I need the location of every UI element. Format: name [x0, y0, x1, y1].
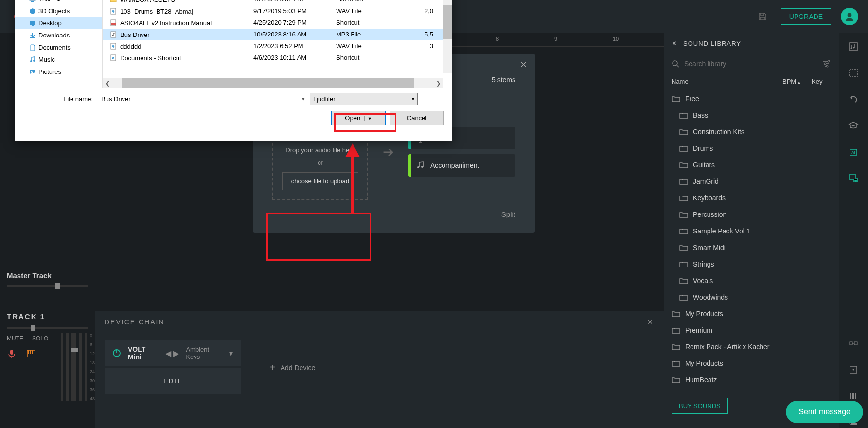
library-folder[interactable]: Remix Pack - Artik x Kacher [664, 339, 839, 355]
education-icon[interactable] [848, 120, 859, 131]
library-folder[interactable]: Woodwinds [664, 289, 839, 305]
music-icon [411, 161, 430, 170]
file-row[interactable]: WAMBOX ASSETS1/2/2023 6:52 PMFile folder [103, 0, 452, 5]
stem-label: Accompaniment [430, 161, 479, 169]
file-list[interactable]: Name Date modified Type Size WAMBOX ASSE… [103, 0, 452, 88]
sound-library-title: SOUND LIBRARY [683, 40, 741, 47]
file-row[interactable]: ASIO4ALL v2 Instruction Manual4/25/2020 … [103, 17, 452, 29]
add-device-button[interactable]: +Add Device [270, 362, 315, 373]
svg-text:AI: AI [851, 150, 855, 155]
svg-rect-45 [854, 342, 857, 345]
upgrade-button[interactable]: UPGRADE [781, 8, 831, 25]
nav-item[interactable]: Documents [15, 41, 102, 54]
mic-arm-icon[interactable] [7, 349, 17, 358]
svg-point-8 [417, 166, 419, 168]
file-row[interactable]: Documents - Shortcut4/6/2023 10:11 AMSho… [103, 52, 452, 64]
file-type-filter[interactable]: Ljudfiler▾ [310, 93, 418, 105]
open-button[interactable]: Open ▼ [331, 111, 386, 125]
export-icon[interactable] [848, 172, 859, 184]
filename-input[interactable] [98, 93, 311, 105]
file-row[interactable]: dddddd1/2/2023 6:52 PMWAV File3 [103, 40, 452, 52]
split-button[interactable]: Split [501, 210, 515, 218]
buy-sounds-button[interactable]: BUY SOUNDS [672, 398, 728, 414]
library-folder[interactable]: Guitars [664, 157, 839, 173]
ruler-mark: 8 [496, 36, 499, 42]
fullscreen-icon[interactable] [848, 364, 859, 375]
right-icon-strip: AI [839, 33, 868, 428]
svg-rect-28 [30, 350, 31, 354]
filter-icon[interactable] [822, 59, 831, 68]
library-folder[interactable]: Sample Pack Vol 1 [664, 223, 839, 239]
save-icon[interactable] [754, 8, 771, 25]
file-nav-tree[interactable]: This PC3D ObjectsDesktopDownloadsDocumen… [15, 0, 103, 88]
nav-item[interactable]: Downloads [15, 29, 102, 41]
choose-file-button[interactable]: choose file to upload [282, 172, 358, 190]
close-icon[interactable]: ✕ [520, 59, 527, 70]
device-preset[interactable]: Ambient Keys [186, 346, 222, 360]
svg-point-38 [851, 48, 852, 49]
library-folder[interactable]: Construction Kits [664, 124, 839, 140]
nav-item[interactable]: 3D Objects [15, 5, 102, 17]
send-message-button[interactable]: Send message [786, 401, 863, 423]
next-preset-icon[interactable]: ▶ [173, 349, 179, 358]
stem-item[interactable]: Accompaniment [408, 154, 515, 177]
device-chain-title: DEVICE CHAIN [105, 318, 165, 326]
edit-device-button[interactable]: EDIT [105, 368, 241, 394]
prev-preset-icon[interactable]: ◀ [165, 349, 171, 358]
library-folder[interactable]: My Products [664, 305, 839, 322]
col-name[interactable]: Name [672, 78, 782, 85]
nav-item[interactable]: This PC [15, 0, 102, 5]
device-card: VOLT Mini ◀ ▶ Ambient Keys ▾ EDIT [105, 340, 241, 394]
svg-point-39 [853, 47, 855, 49]
select-icon[interactable] [848, 67, 859, 79]
library-folder[interactable]: Bass [664, 107, 839, 124]
svg-rect-37 [850, 43, 857, 51]
cancel-button[interactable]: Cancel [390, 111, 444, 125]
master-volume-slider[interactable] [7, 285, 88, 287]
library-folder[interactable]: Percussion [664, 206, 839, 223]
vscrollbar[interactable] [443, 0, 452, 73]
solo-button[interactable]: SOLO [32, 335, 48, 342]
library-folder[interactable]: Strings [664, 256, 839, 272]
col-bpm[interactable]: BPM ▴ [782, 78, 812, 85]
library-folder[interactable]: Premium [664, 322, 839, 339]
nav-item[interactable]: Desktop [15, 17, 102, 29]
library-folder[interactable]: JamGrid [664, 173, 839, 190]
mute-button[interactable]: MUTE [7, 335, 23, 342]
close-icon[interactable]: ✕ [647, 318, 654, 326]
nav-item[interactable]: Pictures [15, 66, 102, 78]
library-folder[interactable]: Keyboards [664, 190, 839, 206]
svg-point-48 [853, 369, 854, 371]
svg-point-15 [33, 60, 35, 62]
library-folder[interactable]: Vocals [664, 272, 839, 289]
library-folder[interactable]: My Products [664, 355, 839, 372]
close-icon[interactable]: ✕ [672, 40, 677, 47]
svg-rect-10 [30, 0, 35, 0]
library-folder[interactable]: HumBeatz [664, 372, 839, 388]
chevron-down-icon[interactable]: ▾ [229, 349, 233, 358]
svg-rect-11 [31, 1, 34, 2]
svg-rect-43 [850, 174, 855, 180]
svg-rect-51 [855, 393, 856, 399]
piano-icon[interactable] [26, 349, 36, 358]
svg-rect-27 [28, 350, 29, 354]
undo-icon[interactable] [848, 93, 859, 105]
library-icon[interactable] [848, 41, 859, 53]
power-icon[interactable] [112, 349, 121, 357]
nav-item[interactable]: Music [15, 54, 102, 66]
piano-roll-icon[interactable] [848, 390, 859, 402]
track-name[interactable]: TRACK 1 [0, 305, 95, 327]
ai-icon[interactable]: AI [848, 146, 859, 158]
hscrollbar[interactable]: ❮ ❯ [103, 78, 443, 88]
user-avatar[interactable] [841, 8, 858, 25]
file-row[interactable]: Bus Driver10/5/2023 8:16 AMMP3 File5,5 [103, 29, 452, 40]
library-folder[interactable]: Free [664, 90, 839, 107]
svg-point-9 [421, 166, 423, 168]
library-folder[interactable]: Smart Midi [664, 239, 839, 256]
library-folder[interactable]: Drums [664, 140, 839, 157]
col-key[interactable]: Key [812, 78, 831, 85]
search-input[interactable] [684, 60, 817, 68]
svg-rect-25 [10, 350, 13, 355]
file-row[interactable]: 103_Drums_BT28_Abmaj9/17/2019 5:03 PMWAV… [103, 5, 452, 17]
snap-icon[interactable] [848, 338, 859, 349]
